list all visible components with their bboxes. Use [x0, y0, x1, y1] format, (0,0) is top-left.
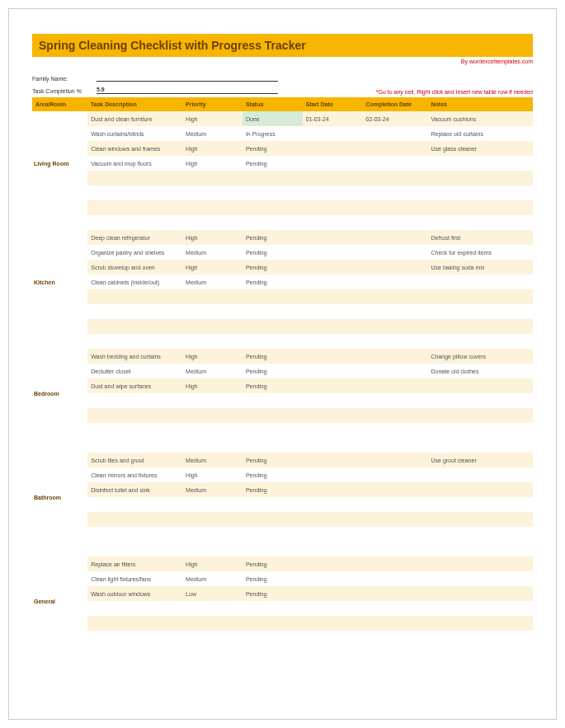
cell-comp[interactable] — [363, 230, 428, 245]
cell-start[interactable] — [303, 557, 363, 571]
cell-start[interactable] — [303, 497, 363, 512]
cell-prio[interactable] — [182, 319, 242, 334]
table-row[interactable] — [32, 393, 533, 408]
cell-notes[interactable]: Replace old curtains — [427, 126, 533, 141]
cell-notes[interactable] — [427, 482, 533, 497]
cell-desc[interactable]: Clean mirrors and fixtures — [87, 467, 182, 482]
cell-comp[interactable] — [363, 378, 428, 393]
cell-desc[interactable]: Scrub tiles and grout — [87, 453, 182, 467]
cell-start[interactable] — [303, 200, 363, 215]
table-row[interactable]: Clean mirrors and fixturesHighPending — [32, 467, 533, 482]
cell-start[interactable] — [303, 601, 363, 616]
table-row[interactable]: Disinfect toilet and sinkMediumPending — [32, 482, 533, 497]
cell-notes[interactable] — [427, 304, 533, 319]
cell-comp[interactable] — [363, 171, 428, 186]
cell-desc[interactable]: Clean cabinets (inside/out) — [87, 275, 182, 289]
cell-prio[interactable]: Medium — [182, 275, 242, 289]
cell-status[interactable] — [242, 512, 303, 527]
cell-desc[interactable] — [87, 423, 182, 438]
cell-notes[interactable] — [427, 571, 533, 586]
cell-notes[interactable]: Change pillow covers — [427, 349, 533, 364]
cell-prio[interactable] — [182, 512, 242, 527]
cell-notes[interactable] — [427, 200, 533, 215]
cell-prio[interactable]: Medium — [182, 245, 242, 260]
cell-status[interactable] — [242, 601, 303, 616]
cell-prio[interactable]: High — [182, 260, 242, 275]
cell-start[interactable] — [303, 156, 363, 171]
cell-prio[interactable]: Medium — [182, 126, 242, 141]
cell-prio[interactable]: High — [182, 467, 242, 482]
cell-status[interactable] — [242, 200, 303, 215]
table-row[interactable] — [32, 319, 533, 334]
cell-status[interactable] — [242, 423, 303, 438]
cell-notes[interactable] — [427, 156, 533, 171]
table-row[interactable]: Declutter closetMediumPendingDonate old … — [32, 364, 533, 378]
table-row[interactable]: Scrub stovetop and ovenHighPendingUse ba… — [32, 260, 533, 275]
cell-desc[interactable] — [87, 616, 182, 631]
cell-desc[interactable] — [87, 304, 182, 319]
table-row[interactable] — [32, 631, 533, 646]
cell-status[interactable]: Pending — [242, 230, 303, 245]
cell-desc[interactable] — [87, 408, 182, 423]
cell-status[interactable] — [242, 631, 303, 646]
cell-prio[interactable]: High — [182, 349, 242, 364]
cell-desc[interactable]: Wash curtains/blinds — [87, 126, 182, 141]
cell-notes[interactable] — [427, 586, 533, 601]
cell-start[interactable] — [303, 275, 363, 289]
cell-comp[interactable] — [363, 482, 428, 497]
table-row[interactable]: Wash curtains/blindsMediumIn ProgressRep… — [32, 126, 533, 141]
cell-notes[interactable] — [427, 467, 533, 482]
cell-notes[interactable] — [427, 289, 533, 304]
cell-comp[interactable] — [363, 186, 428, 200]
cell-notes[interactable] — [427, 601, 533, 616]
cell-prio[interactable] — [182, 423, 242, 438]
table-row[interactable]: Clean cabinets (inside/out)MediumPending — [32, 275, 533, 289]
cell-prio[interactable] — [182, 289, 242, 304]
cell-desc[interactable] — [87, 631, 182, 646]
cell-start[interactable] — [303, 171, 363, 186]
table-row[interactable]: Wash outdoor windowsLowPending — [32, 586, 533, 601]
cell-prio[interactable] — [182, 527, 242, 542]
cell-comp[interactable] — [363, 453, 428, 467]
cell-desc[interactable] — [87, 171, 182, 186]
cell-desc[interactable]: Declutter closet — [87, 364, 182, 378]
credit-link[interactable]: By wordexceltemplates.com — [32, 59, 533, 64]
cell-status[interactable] — [242, 171, 303, 186]
cell-comp[interactable] — [363, 586, 428, 601]
cell-status[interactable] — [242, 393, 303, 408]
cell-comp[interactable] — [363, 245, 428, 260]
table-row[interactable] — [32, 512, 533, 527]
cell-desc[interactable] — [87, 527, 182, 542]
cell-desc[interactable] — [87, 601, 182, 616]
cell-start[interactable] — [303, 364, 363, 378]
cell-desc[interactable]: Scrub stovetop and oven — [87, 260, 182, 275]
cell-desc[interactable] — [87, 497, 182, 512]
cell-status[interactable]: Pending — [242, 482, 303, 497]
cell-status[interactable]: Pending — [242, 378, 303, 393]
cell-start[interactable] — [303, 289, 363, 304]
cell-start[interactable] — [303, 408, 363, 423]
cell-comp[interactable] — [363, 631, 428, 646]
cell-start[interactable] — [303, 319, 363, 334]
cell-status[interactable]: Pending — [242, 156, 303, 171]
cell-prio[interactable]: Low — [182, 586, 242, 601]
cell-desc[interactable]: Wash outdoor windows — [87, 586, 182, 601]
cell-status[interactable]: Pending — [242, 557, 303, 571]
cell-prio[interactable]: High — [182, 230, 242, 245]
cell-notes[interactable]: Defrost first — [427, 230, 533, 245]
cell-status[interactable] — [242, 408, 303, 423]
cell-start[interactable] — [303, 467, 363, 482]
table-row[interactable] — [32, 497, 533, 512]
cell-desc[interactable]: Deep clean refrigerator — [87, 230, 182, 245]
table-row[interactable]: BathroomScrub tiles and groutMediumPendi… — [32, 453, 533, 467]
cell-status[interactable]: Pending — [242, 349, 303, 364]
cell-notes[interactable] — [427, 319, 533, 334]
cell-prio[interactable] — [182, 171, 242, 186]
cell-comp[interactable] — [363, 423, 428, 438]
cell-desc[interactable] — [87, 512, 182, 527]
cell-comp[interactable] — [363, 349, 428, 364]
table-row[interactable]: Clean light fixtures/fansMediumPending — [32, 571, 533, 586]
cell-comp[interactable] — [363, 304, 428, 319]
cell-start[interactable] — [303, 423, 363, 438]
cell-status[interactable] — [242, 304, 303, 319]
